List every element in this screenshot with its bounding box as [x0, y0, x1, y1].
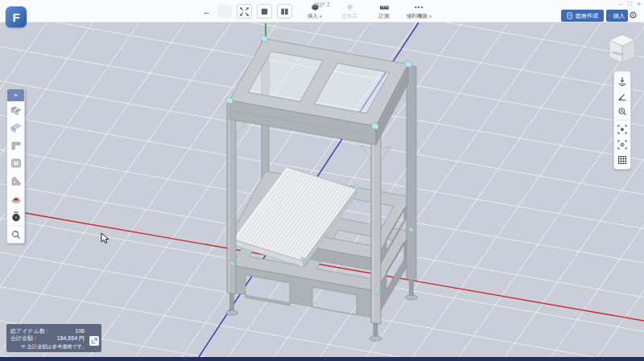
fit-view-button[interactable] — [237, 4, 252, 18]
maximize-button[interactable]: □ — [627, 1, 631, 7]
open-estimate-button[interactable] — [89, 336, 99, 346]
panel-icon — [10, 121, 23, 134]
purchase-label: 購入 — [613, 12, 625, 20]
parts-palette: » — [6, 88, 25, 244]
chevron-down-icon: ∨ — [429, 14, 432, 18]
cap-part-icon — [10, 192, 23, 205]
menu-insert[interactable]: 挿入 ∨ — [303, 1, 327, 22]
zoom-area-icon — [617, 106, 628, 117]
palette-item-search[interactable] — [7, 225, 24, 243]
palette-item-doors[interactable] — [7, 154, 24, 172]
menu-measure[interactable]: 計測 — [372, 1, 396, 22]
door-panel-icon — [10, 157, 23, 170]
grid-toggle-button[interactable] — [614, 152, 630, 167]
corner-gusset-icon — [10, 174, 23, 187]
palette-item-caps[interactable] — [7, 190, 24, 207]
purchase-button[interactable]: 購入 — [606, 10, 628, 22]
total-amount-value: 184,654 — [57, 335, 77, 341]
top-toolbar: 設計 2 – □ × ← → — [0, 0, 644, 23]
zoom-area-button[interactable] — [614, 104, 630, 119]
palette-item-brackets[interactable] — [7, 137, 24, 154]
external-link-icon — [91, 338, 97, 344]
tilt-angle-icon — [617, 91, 628, 102]
palette-item-extrusions[interactable] — [7, 101, 24, 119]
drawing-icon — [567, 12, 573, 19]
palette-item-panels[interactable] — [7, 119, 24, 137]
item-count-row: 総アイテム数 : 106 — [10, 327, 97, 334]
divider — [617, 120, 628, 121]
tilt-angle-button[interactable] — [614, 88, 630, 104]
cost-summary-panel: 総アイテム数 : 106 合計金額 : 184,654 円 ※ 合計金額は参考価… — [6, 324, 101, 352]
minimize-button[interactable]: – — [618, 1, 621, 7]
toolbar-center: ← → — [201, 0, 431, 23]
palette-item-gussets[interactable] — [7, 172, 24, 190]
logo-letter: F — [12, 10, 19, 24]
item-count-value: 106 — [75, 327, 85, 334]
menu-utilities-label: 便利機能 — [407, 13, 427, 18]
redo-button[interactable]: → — [217, 5, 232, 18]
split-view-button[interactable] — [277, 4, 292, 18]
item-count-label: 総アイテム数 : — [10, 327, 48, 334]
zoom-fit-icon — [617, 124, 628, 135]
measure-icon — [379, 3, 390, 12]
bracket-icon — [10, 139, 23, 152]
menu-measure-label: 計測 — [379, 13, 390, 20]
close-button[interactable]: × — [637, 1, 641, 7]
menu-machining-label: 追加工 — [341, 13, 357, 20]
zoom-selection-button[interactable] — [614, 137, 630, 152]
search-icon — [10, 229, 22, 240]
chevron-down-icon: ∨ — [320, 14, 323, 18]
shaded-view-icon — [259, 6, 270, 17]
frame-extrusion-icon — [10, 104, 23, 117]
undo-icon: ← — [203, 6, 212, 16]
menu-utilities[interactable]: ••• 便利機能 ∨ — [407, 1, 431, 22]
palette-item-casters[interactable] — [7, 207, 24, 225]
split-view-icon — [279, 6, 290, 17]
caster-icon — [10, 210, 23, 223]
view-tools-panel — [613, 71, 631, 170]
total-amount-label: 合計金額 : — [10, 334, 36, 342]
app-logo[interactable]: F — [6, 6, 27, 27]
view-cube[interactable]: FRONT — [604, 32, 641, 71]
insert-part-icon — [311, 3, 320, 12]
grid-icon — [617, 154, 628, 166]
viewport-canvas[interactable] — [0, 23, 644, 357]
expand-chevrons-icon: » — [14, 92, 17, 99]
currency-label: 円 — [79, 335, 85, 341]
menu-insert-label: 挿入 — [308, 13, 318, 18]
price-disclaimer: ※ 合計金額は参考価格です。 — [10, 343, 97, 350]
total-amount-row: 合計金額 : 184,654 円 — [10, 334, 97, 342]
window-controls: – □ × — [618, 1, 641, 7]
create-drawing-label: 図面作成 — [576, 12, 598, 20]
redo-icon: → — [221, 7, 229, 16]
shaded-view-button[interactable] — [257, 4, 272, 18]
fit-view-icon — [239, 6, 250, 17]
zoom-selection-icon — [617, 139, 628, 150]
ground-align-icon — [617, 76, 628, 87]
more-functions-icon: ••• — [415, 3, 423, 12]
cart-icon — [609, 12, 611, 19]
machining-icon — [345, 3, 354, 12]
undo-button[interactable]: ← — [201, 6, 213, 16]
create-drawing-button[interactable]: 図面作成 — [561, 10, 604, 22]
palette-expand-button[interactable]: » — [7, 89, 24, 101]
settings-gear-icon[interactable]: ⚙ — [629, 9, 638, 22]
ground-align-button[interactable] — [614, 73, 630, 88]
menu-machining: 追加工 — [337, 1, 361, 22]
taskbar-strip — [0, 357, 644, 361]
zoom-fit-button[interactable] — [614, 121, 630, 137]
